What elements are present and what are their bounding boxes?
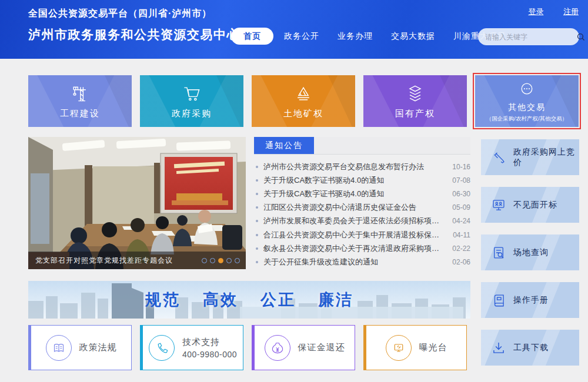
bottom-quick-links: 政策法规 技术支持 400-9980-000 保证金退还 xyxy=(28,325,467,370)
login-link[interactable]: 登录 xyxy=(528,7,543,16)
main-nav: 首页 政务公开 业务办理 交易大数据 川渝重大项目 xyxy=(231,28,517,45)
phone-icon xyxy=(149,335,175,361)
notice-item[interactable]: 关于公开征集升级改造建议的通知 02-06 xyxy=(254,255,470,269)
notice-panel: 通知公告 泸州市公共资源交易平台交易信息发布暂行办法 10-16 关于升级CA数… xyxy=(254,137,470,269)
quick-links-sidebar: 政府采购网上竞价 不见面开标 场地查询 xyxy=(481,139,579,377)
card-engineering-construction[interactable]: 工程建设 xyxy=(28,75,132,127)
layers-icon xyxy=(404,83,426,104)
document-search-icon xyxy=(491,245,506,260)
nav-item-business[interactable]: 业务办理 xyxy=(330,28,380,45)
bullet-icon xyxy=(256,166,258,168)
monitor-people-icon xyxy=(491,197,506,213)
bullet-icon xyxy=(256,179,258,182)
search-icon[interactable] xyxy=(576,32,586,42)
sidebar-item-venue-inquiry[interactable]: 场地查询 xyxy=(481,234,579,270)
carousel-dots xyxy=(202,258,240,263)
card-government-procurement[interactable]: 政府采购 xyxy=(140,75,243,127)
luzhou-trading-center-homepage: 全国公共资源交易平台（四川省·泸州市） 泸州市政务服务和公共资源交易中心 登录 … xyxy=(0,0,588,382)
sidebar-item-tool-download[interactable]: 工具下载 xyxy=(481,330,579,366)
bullet-icon xyxy=(256,206,258,209)
nav-item-gov-disclosure[interactable]: 政务公开 xyxy=(276,28,327,45)
deposit-refund-button[interactable]: 保证金退还 xyxy=(252,325,355,370)
cart-icon xyxy=(181,83,203,104)
notice-item[interactable]: 泸州市公共资源交易平台交易信息发布暂行办法 10-16 xyxy=(254,160,470,173)
sidebar-item-remote-bid-opening[interactable]: 不见面开标 xyxy=(481,187,579,223)
notice-item[interactable]: 泸州市发展和改革委员会关于退还依法必须招标项目历... 04-24 xyxy=(254,215,470,228)
notice-tab-bar: 通知公告 xyxy=(254,137,470,155)
card-label: 政府采购 xyxy=(172,108,212,119)
tab-notices[interactable]: 通知公告 xyxy=(254,137,314,154)
sidebar-item-online-bidding[interactable]: 政府采购网上竞价 xyxy=(481,139,579,175)
sidebar-item-operation-manual[interactable]: 操作手册 xyxy=(481,282,579,318)
search-input[interactable] xyxy=(485,33,576,41)
notice-list: 泸州市公共资源交易平台交易信息发布暂行办法 10-16 关于升级CA数字证书驱动… xyxy=(254,155,470,269)
bullet-icon xyxy=(256,193,258,195)
site-title: 泸州市政务服务和公共资源交易中心 xyxy=(28,26,240,43)
card-label: 其他交易 xyxy=(508,102,546,113)
notice-item[interactable]: 关于升级CA数字证书驱动4.0的通知 06-30 xyxy=(254,187,470,200)
slogan-text: 规范 高效 公正 廉洁 xyxy=(28,281,470,319)
notice-item[interactable]: 叙永县公共资源交易中心关于再次清退政府采购项目遗... 02-22 xyxy=(254,242,470,255)
auth-links: 登录 注册 xyxy=(510,6,579,17)
site-titles: 全国公共资源交易平台（四川省·泸州市） 泸州市政务服务和公共资源交易中心 xyxy=(28,8,240,43)
mountain-icon xyxy=(292,83,315,104)
notice-item[interactable]: 合江县公共资源交易中心关于集中开展清退投标保证金... 04-11 xyxy=(254,228,470,242)
download-icon xyxy=(491,340,506,356)
gavel-icon xyxy=(491,150,506,165)
technical-support-button[interactable]: 技术支持 400-9980-000 xyxy=(140,325,243,370)
card-label: 国有产权 xyxy=(395,108,435,119)
carousel-dot[interactable] xyxy=(226,258,232,263)
card-label: 工程建设 xyxy=(60,108,100,119)
manual-book-icon xyxy=(491,293,506,308)
policies-regulations-button[interactable]: 政策法规 xyxy=(28,325,132,370)
carousel-dot[interactable] xyxy=(202,258,207,263)
register-link[interactable]: 注册 xyxy=(563,7,579,16)
exposure-platform-button[interactable]: 曝光台 xyxy=(363,325,467,370)
nav-item-big-data[interactable]: 交易大数据 xyxy=(383,28,443,45)
card-label: 土地矿权 xyxy=(283,108,323,119)
carousel-dot[interactable] xyxy=(235,258,240,263)
card-sublabel: （国企采购/农村产权/其他交易） xyxy=(486,115,567,123)
nav-item-home[interactable]: 首页 xyxy=(231,28,273,45)
monitor-icon xyxy=(386,335,412,361)
bullet-icon xyxy=(256,220,258,222)
site-header: 全国公共资源交易平台（四川省·泸州市） 泸州市政务服务和公共资源交易中心 登录 … xyxy=(0,0,588,59)
ellipsis-circle-icon xyxy=(517,79,537,98)
meeting-room-photo xyxy=(28,137,246,269)
open-book-icon xyxy=(46,335,72,361)
category-cards: 工程建设 政府采购 土地矿权 xyxy=(28,75,579,127)
bullet-icon xyxy=(256,261,258,263)
card-land-mining-rights[interactable]: 土地矿权 xyxy=(252,75,355,127)
slogan-banner[interactable]: 规范 高效 公正 廉洁 xyxy=(28,281,470,319)
card-state-owned-property[interactable]: 国有产权 xyxy=(363,75,467,127)
platform-title: 全国公共资源交易平台（四川省·泸州市） xyxy=(28,8,240,20)
notice-item[interactable]: 江阳区公共资源交易中心清退历史保证金公告 05-09 xyxy=(254,201,470,215)
carousel-dot-active[interactable] xyxy=(218,258,223,263)
carousel-dot[interactable] xyxy=(210,258,215,263)
bullet-icon xyxy=(256,234,258,236)
crane-icon xyxy=(69,83,91,104)
search-box[interactable] xyxy=(478,28,579,45)
bullet-icon xyxy=(256,247,258,250)
news-photo-carousel[interactable]: 党支部召开对照党章党规找差距专题会议 xyxy=(28,137,246,269)
card-other-transactions[interactable]: 其他交易 （国企采购/农村产权/其他交易） xyxy=(475,75,579,127)
moneybag-icon xyxy=(265,335,290,361)
support-phone-number: 400-9980-000 xyxy=(182,350,237,359)
notice-item[interactable]: 关于升级CA数字证书驱动4.0的通知 07-08 xyxy=(254,173,470,187)
